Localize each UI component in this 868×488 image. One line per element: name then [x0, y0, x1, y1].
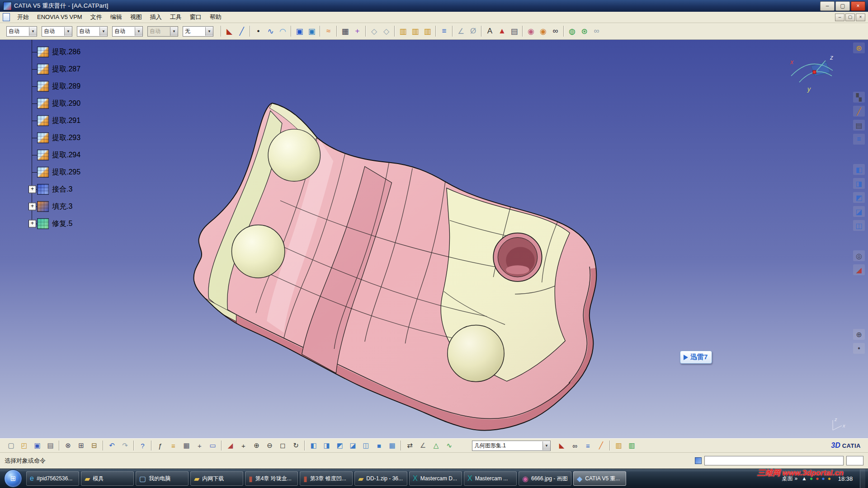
- maximize-button[interactable]: ▢: [835, 1, 850, 11]
- view-compass[interactable]: x y z: [788, 52, 842, 94]
- table-icon[interactable]: ▦: [339, 25, 351, 37]
- fit-all-icon[interactable]: ◻: [276, 440, 289, 451]
- tree-item[interactable]: 提取.289: [0, 78, 149, 95]
- compass-origin[interactable]: [813, 70, 816, 74]
- close-button[interactable]: ×: [851, 1, 865, 11]
- tray-icon[interactable]: ▲: [802, 476, 807, 481]
- cube-side-icon[interactable]: ◨: [853, 178, 865, 189]
- property-combo[interactable]: 自动 ▼: [147, 26, 178, 37]
- taskbar-button[interactable]: e #pid7562536...: [26, 471, 79, 486]
- layers-icon[interactable]: ≡: [581, 440, 594, 451]
- menu-item[interactable]: 工具: [166, 12, 186, 23]
- menu-item[interactable]: 插入: [146, 12, 166, 23]
- tree-item[interactable]: + 修复.5: [0, 215, 149, 232]
- glasses-icon[interactable]: ∞: [549, 25, 561, 37]
- catalog-icon[interactable]: ▥: [409, 25, 421, 37]
- glasses-icon[interactable]: ∞: [568, 440, 581, 451]
- menu-item[interactable]: ENOVIA V5 VPM: [33, 12, 86, 23]
- paintbrush-icon[interactable]: ◣: [223, 25, 236, 37]
- globe-icon[interactable]: ◍: [566, 25, 578, 37]
- snap-icon[interactable]: +: [193, 440, 206, 451]
- axis-system-icon[interactable]: +: [351, 25, 363, 37]
- pen-icon[interactable]: ╱: [594, 440, 608, 451]
- separator[interactable]: [103, 441, 104, 450]
- publish-icon[interactable]: ⊛: [578, 25, 590, 37]
- point-icon[interactable]: •: [252, 25, 264, 37]
- help-icon[interactable]: ?: [136, 440, 149, 451]
- separator[interactable]: [304, 441, 305, 450]
- start-button[interactable]: ⊞: [4, 469, 22, 488]
- property-combo[interactable]: 自动 ▼: [77, 26, 108, 37]
- catalog-icon[interactable]: ▥: [612, 440, 625, 451]
- separator[interactable]: [394, 26, 395, 37]
- lock-icon[interactable]: ▣: [293, 25, 306, 37]
- burst-icon[interactable]: ⊛: [853, 42, 865, 53]
- view-back-icon[interactable]: ◨: [320, 440, 333, 451]
- tree-expander-icon[interactable]: +: [28, 203, 36, 211]
- diameter-icon[interactable]: Ø: [467, 25, 479, 37]
- tree-item[interactable]: 提取.294: [0, 146, 149, 164]
- wireframe-icon[interactable]: ▦: [386, 440, 399, 451]
- separator[interactable]: [522, 26, 523, 37]
- annotation-icon[interactable]: ▤: [508, 25, 520, 37]
- layers-icon[interactable]: ≡: [438, 25, 450, 37]
- layers-icon[interactable]: ≡: [853, 134, 865, 145]
- catalog-icon[interactable]: ▥: [397, 25, 409, 37]
- tree-expander-icon[interactable]: +: [28, 220, 36, 228]
- view-iso-icon[interactable]: ◫: [359, 440, 373, 451]
- separator[interactable]: [250, 26, 250, 37]
- sketch-icon[interactable]: ◇: [368, 25, 380, 37]
- cube-top-icon[interactable]: ◩: [853, 192, 865, 203]
- taskbar-clock[interactable]: 18:38: [835, 475, 856, 482]
- mdi-restore-button[interactable]: ▢: [845, 14, 855, 21]
- menu-item[interactable]: 开始: [13, 12, 33, 23]
- property-combo[interactable]: 自动 ▼: [112, 26, 143, 37]
- tray-icon[interactable]: ●: [816, 476, 819, 481]
- menu-item[interactable]: 窗口: [186, 12, 206, 23]
- grid-icon[interactable]: ▦: [180, 440, 193, 451]
- taskbar-button[interactable]: ▮ 第3章 锥度凹...: [300, 471, 353, 486]
- tray-icon[interactable]: ●: [828, 476, 831, 481]
- tree-item[interactable]: 提取.295: [0, 164, 149, 181]
- chevron-down-icon[interactable]: ▼: [64, 27, 72, 36]
- print-icon[interactable]: ▤: [44, 440, 57, 451]
- desktop-toolbar[interactable]: 桌面 »: [782, 475, 797, 483]
- paste-icon[interactable]: ⊟: [88, 440, 101, 451]
- measure-icon[interactable]: ∠: [455, 25, 467, 37]
- taskbar-button[interactable]: X Mastercam ...: [464, 471, 517, 486]
- dot-icon[interactable]: •: [853, 343, 865, 354]
- measure-icon[interactable]: ∠: [416, 440, 429, 451]
- catalog-icon[interactable]: ▥: [421, 25, 434, 37]
- property-combo[interactable]: 自动 ▼: [42, 26, 72, 37]
- cut-icon[interactable]: ⊗: [61, 440, 75, 451]
- analysis-icon[interactable]: △: [429, 440, 443, 451]
- spellcheck-icon[interactable]: A: [484, 25, 496, 37]
- separator[interactable]: [221, 26, 222, 37]
- chevron-right-icon[interactable]: »: [794, 475, 797, 482]
- render-icon[interactable]: ◉: [537, 25, 549, 37]
- sweep-surface-icon[interactable]: ≈: [322, 25, 335, 37]
- view-front-icon[interactable]: ◧: [307, 440, 320, 451]
- tree-item[interactable]: + 接合.3: [0, 181, 149, 198]
- spline-icon[interactable]: ∿: [264, 25, 277, 37]
- separator[interactable]: [133, 441, 134, 450]
- taskbar-button[interactable]: ▮ 第4章 玲珑盒...: [245, 471, 298, 486]
- separator[interactable]: [336, 26, 337, 37]
- taskbar-button[interactable]: ◉ 6666.jpg - 画图: [519, 471, 571, 486]
- command-input[interactable]: [704, 456, 844, 465]
- chevron-down-icon[interactable]: ▼: [29, 27, 37, 36]
- menu-item[interactable]: 文件: [86, 12, 106, 23]
- pan-icon[interactable]: +: [237, 440, 250, 451]
- taskbar-button[interactable]: ▰ DD-1.zip - 36...: [354, 471, 407, 486]
- separator[interactable]: [609, 441, 610, 450]
- tree-item[interactable]: 提取.293: [0, 129, 149, 146]
- taskbar-button[interactable]: ◆ CATIA V5 重...: [573, 471, 626, 486]
- knife-icon[interactable]: ◢: [224, 440, 237, 451]
- swap-visible-icon[interactable]: ⇄: [403, 440, 416, 451]
- doc-icon[interactable]: ▤: [853, 120, 865, 131]
- undo-icon[interactable]: ↶: [105, 440, 118, 451]
- tree-item[interactable]: 提取.291: [0, 112, 149, 129]
- redo-icon[interactable]: ↷: [118, 440, 132, 451]
- cube-front-icon[interactable]: ◧: [853, 164, 865, 175]
- link-icon[interactable]: ∞: [590, 25, 603, 37]
